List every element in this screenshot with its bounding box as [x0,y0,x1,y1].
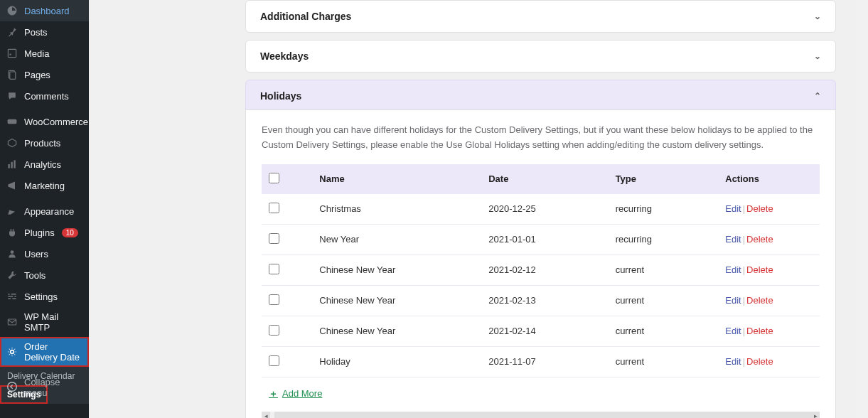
row-checkbox[interactable] [269,233,279,244]
pin-icon [6,26,18,38]
sidebar-item-marketing[interactable]: Marketing [0,175,89,196]
th-type: Type [609,164,719,194]
collapse-menu[interactable]: Collapse menu [0,371,89,404]
row-checkbox[interactable] [269,325,279,336]
table-row: New Year2021-01-01recurringEdit|Delete [262,224,820,254]
cell-actions: Edit|Delete [718,254,820,285]
sidebar-item-label: WP Mail SMTP [24,311,83,333]
sidebar-item-analytics[interactable]: Analytics [0,154,89,175]
scroll-track[interactable] [274,412,814,418]
svg-rect-3 [10,72,16,79]
sidebar-item-tools[interactable]: Tools [0,264,89,286]
add-more-link[interactable]: ＋ Add More [269,387,322,400]
cell-actions: Edit|Delete [718,224,820,254]
sidebar-item-settings[interactable]: Settings [0,286,89,307]
sidebar-item-products[interactable]: Products [0,132,89,154]
cell-actions: Edit|Delete [718,316,820,346]
sidebar-item-order-delivery-date[interactable]: Order Delivery Date [0,337,89,367]
row-checkbox[interactable] [269,264,279,274]
edit-link[interactable]: Edit [725,295,741,306]
svg-rect-0 [8,49,16,57]
delete-link[interactable]: Delete [746,326,773,336]
sidebar-item-label: Pages [24,70,50,80]
scroll-right-arrow[interactable]: ▸ [811,412,820,418]
holidays-table: Name Date Type Actions Christmas2020-12-… [262,164,820,377]
svg-point-12 [9,294,11,295]
media-icon [6,47,18,60]
sidebar-item-pages[interactable]: Pages [0,64,89,85]
sidebar-item-label: Media [24,48,49,59]
cell-type: recurring [609,224,719,254]
sidebar-item-media[interactable]: Media [0,43,89,64]
panel-holidays[interactable]: Holidays ⌃ [245,80,836,112]
delete-link[interactable]: Delete [746,295,773,306]
sidebar-item-appearance[interactable]: Appearance [0,200,89,222]
th-date: Date [481,164,608,194]
chevron-down-icon: ⌄ [814,51,821,61]
row-checkbox[interactable] [269,203,279,213]
row-checkbox[interactable] [269,294,279,305]
sidebar-item-label: Appearance [24,206,74,217]
action-separator: | [743,356,745,367]
horizontal-scrollbar[interactable]: ◂ ▸ [262,412,820,418]
sidebar-item-dashboard[interactable]: Dashboard [0,0,89,21]
row-checkbox[interactable] [269,355,279,366]
edit-link[interactable]: Edit [725,234,741,245]
table-row: Chinese New Year2021-02-13currentEdit|De… [262,285,820,316]
panel-title: Weekdays [260,50,309,62]
sidebar-item-comments[interactable]: Comments [0,85,89,107]
edit-link[interactable]: Edit [725,264,741,275]
comments-icon [6,90,18,102]
sidebar-item-wp-mail-smtp[interactable]: WP Mail SMTP [0,307,89,337]
sidebar-item-label: Settings [24,291,58,302]
delete-link[interactable]: Delete [746,356,773,367]
sidebar-item-label: Posts [24,27,48,38]
sidebar-item-plugins[interactable]: Plugins10 [0,222,89,243]
sidebar-item-label: Order Delivery Date [24,341,83,363]
woocommerce-icon [6,115,18,128]
svg-rect-6 [11,162,12,168]
analytics-icon [6,158,18,171]
sidebar-item-posts[interactable]: Posts [0,21,89,43]
plus-icon: ＋ [269,387,278,400]
products-icon [6,136,18,149]
edit-link[interactable]: Edit [725,356,741,367]
action-separator: | [743,326,745,336]
panel-weekdays[interactable]: Weekdays ⌄ [245,40,836,73]
sidebar-item-users[interactable]: Users [0,243,89,264]
table-row: Christmas2020-12-25recurringEdit|Delete [262,194,820,225]
cell-type: recurring [609,194,719,225]
page-scrollbar[interactable] [856,0,868,418]
panel-title: Additional Charges [260,11,351,22]
svg-rect-4 [8,119,17,124]
delete-link[interactable]: Delete [746,203,773,214]
delete-link[interactable]: Delete [746,264,773,275]
cell-type: current [609,254,719,285]
plugins-icon [6,226,18,239]
edit-link[interactable]: Edit [725,203,741,214]
th-actions: Actions [718,164,820,194]
delete-link[interactable]: Delete [746,234,773,245]
th-name: Name [312,164,481,194]
cell-actions: Edit|Delete [718,194,820,225]
appearance-icon [6,205,18,218]
cell-name: New Year [312,224,481,254]
sidebar-item-label: Marketing [24,181,65,191]
sidebar-item-label: Dashboard [24,6,70,16]
cell-date: 2021-01-01 [481,224,608,254]
sidebar-item-label: Plugins [24,227,55,238]
cell-name: Chinese New Year [312,285,481,316]
panel-additional-charges[interactable]: Additional Charges ⌄ [245,0,836,33]
sidebar-item-woocommerce[interactable]: WooCommerce [0,111,89,132]
holidays-body: Even though you can have different holid… [245,109,836,418]
cell-actions: Edit|Delete [718,346,820,377]
panel-title: Holidays [260,90,301,102]
select-all-checkbox[interactable] [269,173,279,183]
cell-name: Holiday [312,346,481,377]
cell-date: 2021-02-12 [481,254,608,285]
edit-link[interactable]: Edit [725,326,741,336]
action-separator: | [743,295,745,306]
scroll-left-arrow[interactable]: ◂ [262,412,270,418]
table-row: Chinese New Year2021-02-14currentEdit|De… [262,316,820,346]
sidebar-item-label: Products [24,138,60,149]
